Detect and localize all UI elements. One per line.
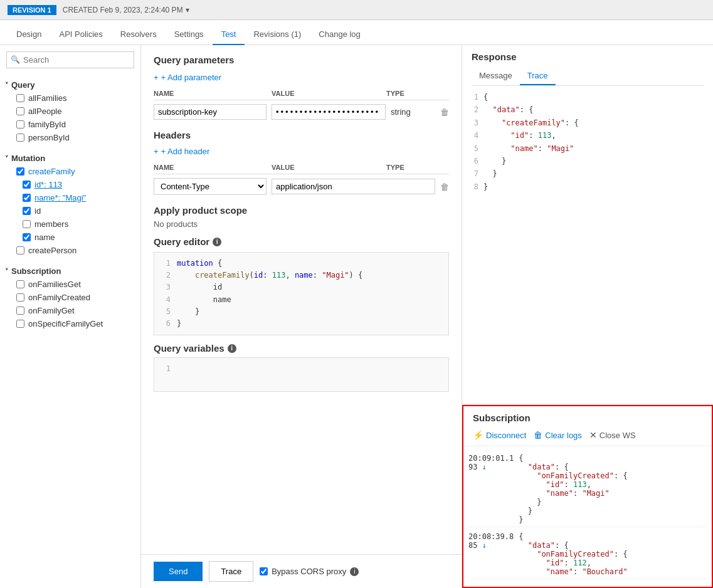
- sidebar-section-query-header[interactable]: ˅ Query: [5, 78, 135, 92]
- checkbox-id[interactable]: [23, 181, 31, 189]
- query-vars-editor[interactable]: 1: [154, 357, 449, 392]
- checkbox-name-value[interactable]: [23, 194, 31, 202]
- sidebar-item-name-value[interactable]: name*: "Magi": [5, 191, 135, 204]
- log-time-0: 20:09:01.1 93 ↓: [468, 454, 514, 524]
- header-name-select-0[interactable]: Content-Type: [154, 178, 267, 195]
- checkbox-create-family[interactable]: [16, 167, 24, 176]
- query-vars-title: Query variables i: [154, 343, 449, 354]
- sidebar-item-family-by-id[interactable]: familyById: [5, 118, 135, 131]
- sidebar-item-create-person[interactable]: createPerson: [5, 244, 135, 257]
- sidebar-item-create-family[interactable]: createFamily: [5, 165, 135, 178]
- tab-design[interactable]: Design: [8, 24, 50, 45]
- close-ws-icon: ✕: [589, 430, 597, 440]
- checkbox-members[interactable]: [23, 220, 31, 228]
- tab-settings[interactable]: Settings: [166, 24, 213, 45]
- search-input[interactable]: [6, 51, 134, 68]
- code-line-5: 5 }: [159, 306, 443, 318]
- tab-api-policies[interactable]: API Policies: [50, 24, 111, 45]
- disconnect-button[interactable]: ⚡ Disconnect: [473, 428, 526, 442]
- delete-header-icon-0[interactable]: 🗑: [440, 182, 449, 192]
- chevron-icon: ˅: [5, 81, 8, 88]
- bottom-bar: Send Trace Bypass CORS proxy i: [141, 554, 462, 588]
- header-value-input-0[interactable]: [272, 179, 435, 194]
- json-line-8: 8 }: [468, 181, 707, 193]
- sidebar-section-subscription-header[interactable]: ˅ Subscription: [5, 265, 135, 278]
- col-name: NAME: [154, 90, 267, 97]
- chevron-mutation-icon: ˅: [5, 155, 8, 162]
- sidebar-item-id-value[interactable]: id*: 113: [5, 178, 135, 191]
- json-line-7: 7 }: [468, 167, 707, 180]
- code-line-2: 2 createFamily(id: 113, name: "Magi") {: [159, 270, 443, 281]
- sidebar-item-on-family-created[interactable]: onFamilyCreated: [5, 291, 135, 304]
- sidebar-section-mutation-label: Mutation: [11, 154, 45, 163]
- add-header-button[interactable]: + + Add header: [154, 147, 449, 156]
- param-name-input-0[interactable]: [154, 104, 267, 120]
- checkbox-name-field[interactable]: [23, 233, 31, 241]
- response-tabs: Message Trace: [472, 67, 704, 86]
- sidebar-item-name-field[interactable]: name: [5, 231, 135, 244]
- subscription-body: 20:09:01.1 93 ↓ { "data": { "onFamilyCre…: [463, 446, 712, 587]
- query-editor-code[interactable]: 1 mutation { 2 createFamily(id: 113, nam…: [154, 252, 449, 335]
- sidebar-item-on-family-get[interactable]: onFamilyGet: [5, 304, 135, 317]
- response-header: Response Message Trace: [462, 45, 713, 86]
- send-button[interactable]: Send: [154, 562, 203, 581]
- clear-logs-icon: 🗑: [534, 430, 542, 440]
- sidebar-section-query-label: Query: [11, 80, 35, 90]
- disconnect-icon: ⚡: [473, 430, 483, 440]
- tab-test[interactable]: Test: [213, 24, 245, 45]
- sidebar-item-on-families-get[interactable]: onFamiliesGet: [5, 278, 135, 291]
- revision-badge: REVISION 1: [8, 5, 56, 15]
- sidebar-item-members[interactable]: members: [5, 218, 135, 231]
- checkbox-all-families[interactable]: [16, 94, 24, 102]
- tab-change-log[interactable]: Change log: [310, 24, 369, 45]
- response-panel: Response Message Trace 1 { 2 "data": {: [462, 45, 713, 405]
- checkbox-person-by-id[interactable]: [16, 134, 24, 142]
- sidebar-section-mutation-header[interactable]: ˅ Mutation: [5, 152, 135, 165]
- code-line-1: 1 mutation {: [159, 258, 443, 270]
- param-table: NAME VALUE TYPE string 🗑: [154, 90, 449, 120]
- sidebar-item-all-people[interactable]: allPeople: [5, 105, 135, 118]
- right-panel: Response Message Trace 1 { 2 "data": {: [462, 45, 713, 588]
- log-body-0: { "data": { "onFamilyCreated": { "id": 1…: [519, 454, 707, 524]
- param-row-0: string 🗑: [154, 104, 449, 120]
- add-param-button[interactable]: + + Add parameter: [154, 73, 449, 82]
- bypass-info-icon: i: [350, 567, 359, 576]
- delete-param-icon-0[interactable]: 🗑: [440, 107, 449, 117]
- headers-section: Headers + + Add header NAME VALUE TYPE: [154, 130, 449, 195]
- sidebar-item-all-families[interactable]: allFamilies: [5, 92, 135, 105]
- product-scope-section: Apply product scope No products: [154, 205, 449, 229]
- checkbox-family-by-id[interactable]: [16, 120, 24, 129]
- response-tab-trace[interactable]: Trace: [520, 67, 556, 85]
- sidebar-item-person-by-id[interactable]: personById: [5, 131, 135, 144]
- checkbox-on-families-get[interactable]: [16, 280, 24, 288]
- response-tab-message[interactable]: Message: [472, 67, 520, 85]
- param-value-input-0[interactable]: [272, 104, 386, 120]
- checkbox-id-field[interactable]: [23, 207, 31, 215]
- bypass-cors-checkbox[interactable]: [260, 567, 268, 575]
- middle-wrapper: Query parameters + + Add parameter NAME …: [141, 45, 462, 588]
- h-col-type: TYPE: [386, 164, 449, 171]
- tab-resolvers[interactable]: Resolvers: [112, 24, 166, 45]
- sidebar-item-id-field[interactable]: id: [5, 204, 135, 218]
- clear-logs-button[interactable]: 🗑 Clear logs: [534, 428, 582, 442]
- query-editor-info-icon: i: [213, 238, 221, 246]
- checkbox-create-person[interactable]: [16, 246, 24, 255]
- vars-line-1: 1: [159, 363, 443, 375]
- sidebar-item-on-specific-family-get[interactable]: onSpecificFamilyGet: [5, 317, 135, 330]
- plus-header-icon: +: [154, 147, 159, 156]
- header-row-0: Content-Type 🗑: [154, 178, 449, 195]
- checkbox-all-people[interactable]: [16, 107, 24, 115]
- checkbox-on-family-created[interactable]: [16, 293, 24, 302]
- query-params-section: Query parameters + + Add parameter NAME …: [154, 55, 449, 120]
- top-bar: REVISION 1 CREATED Feb 9, 2023, 2:24:40 …: [0, 0, 713, 20]
- dropdown-icon[interactable]: ▾: [186, 6, 189, 14]
- checkbox-on-specific-family-get[interactable]: [16, 320, 24, 328]
- created-text: CREATED Feb 9, 2023, 2:24:40 PM ▾: [63, 6, 189, 14]
- close-ws-button[interactable]: ✕ Close WS: [589, 428, 636, 442]
- trace-button[interactable]: Trace: [209, 561, 253, 582]
- log-entry-0: 20:09:01.1 93 ↓ { "data": { "onFamilyCre…: [468, 451, 707, 527]
- sidebar-section-subscription-label: Subscription: [11, 266, 61, 276]
- code-line-6: 6 }: [159, 318, 443, 330]
- checkbox-on-family-get[interactable]: [16, 307, 24, 315]
- tab-revisions[interactable]: Revisions (1): [245, 24, 310, 45]
